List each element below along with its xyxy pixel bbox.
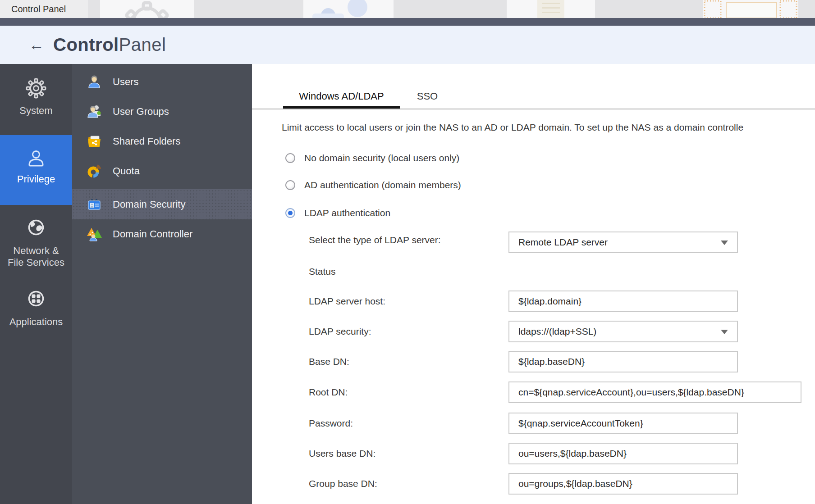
sidebar-item-label: Domain Controller [113, 228, 192, 240]
radio-ldap-authentication[interactable]: LDAP authentication [285, 208, 390, 218]
window-preview-light[interactable] [507, 0, 595, 18]
sidebar-item-privilege[interactable]: Privilege [0, 135, 72, 205]
base-dn-value: ${ldap.baseDN} [518, 356, 585, 367]
root-dn-value: cn=${qnap.serviceAccount},ou=users,${lda… [518, 387, 744, 398]
users-base-dn-input[interactable]: ou=users,${ldap.baseDN} [508, 443, 738, 464]
tab-windows-ad-ldap[interactable]: Windows AD/LDAP [283, 91, 400, 109]
faded-light-shapes [507, 0, 595, 18]
window-preview-blue[interactable] [303, 0, 394, 18]
radio-no-domain-security[interactable]: No domain security (local users only) [285, 153, 459, 163]
base-dn-input[interactable]: ${ldap.baseDN} [508, 351, 738, 372]
window-preview-gear[interactable] [100, 0, 194, 18]
gear-icon [25, 77, 47, 99]
sidebar-item-label: Quota [113, 165, 140, 177]
ldap-server-type-select[interactable]: Remote LDAP server [508, 232, 738, 253]
id-badge-icon [87, 197, 102, 212]
page-title-bold: Control [53, 35, 119, 54]
primary-sidebar: System Privilege Network & File Services [0, 64, 72, 504]
globe-icon [25, 217, 47, 238]
page-title: ControlPanel [53, 35, 166, 55]
sidebar-item-applications[interactable]: Applications [0, 288, 72, 337]
taskbar-item-control-panel[interactable]: Control Panel [0, 0, 88, 18]
shared-folder-icon [87, 134, 102, 149]
user-groups-icon [87, 104, 102, 119]
radio-label: No domain security (local users only) [304, 153, 459, 163]
sidebar-item-label: Privilege [0, 173, 72, 185]
ldap-server-host-value: ${ldap.domain} [518, 296, 581, 307]
ldap-server-type-value: Remote LDAP server [518, 237, 608, 248]
sidebar-item-users[interactable]: Users [72, 67, 252, 97]
app-grid-icon [25, 288, 47, 309]
page-title-light: Panel [119, 35, 166, 54]
sidebar-item-label: Applications [0, 316, 72, 328]
base-dn-label: Base DN: [309, 355, 349, 368]
sidebar-item-label: Users [113, 76, 138, 88]
sidebar-item-system[interactable]: System [0, 77, 72, 123]
user-icon [87, 74, 102, 90]
faded-orange-shapes [703, 0, 798, 18]
sidebar-item-label: Network & [0, 245, 72, 257]
sidebar-item-label-line2: File Services [0, 257, 72, 268]
radio-ad-authentication[interactable]: AD authentication (domain members) [285, 180, 461, 191]
ldap-security-select[interactable]: ldaps://(ldap+SSL) [508, 321, 738, 342]
ldap-security-value: ldaps://(ldap+SSL) [518, 326, 596, 337]
app-header: ← ControlPanel [0, 26, 815, 64]
tab-bar: Windows AD/LDAP SSO [252, 64, 815, 109]
ldap-server-host-label: LDAP server host: [309, 295, 385, 308]
ldap-server-host-input[interactable]: ${ldap.domain} [508, 291, 738, 312]
users-base-dn-value: ou=users,${ldap.baseDN} [518, 448, 627, 459]
password-input[interactable]: ${qnap.serviceAccountToken} [508, 413, 738, 434]
secondary-sidebar: Users User Groups Shared Folders [72, 64, 252, 504]
sidebar-item-label: User Groups [113, 106, 169, 118]
taskbar-item-label: Control Panel [0, 0, 88, 18]
chevron-down-icon [721, 241, 728, 245]
desktop-taskbar: Control Panel [0, 0, 815, 18]
password-label: Password: [309, 417, 353, 430]
window-preview-orange[interactable] [703, 0, 798, 18]
tab-sso[interactable]: SSO [400, 91, 454, 109]
faded-gear-icon [100, 0, 194, 18]
users-base-dn-label: Users base DN: [309, 447, 375, 460]
sidebar-item-label: System [0, 105, 72, 117]
main-content: Windows AD/LDAP SSO Limit access to loca… [252, 64, 815, 504]
sidebar-item-label: Shared Folders [113, 136, 180, 147]
root-dn-input[interactable]: cn=${qnap.serviceAccount},ou=users,${lda… [508, 381, 801, 403]
sidebar-item-user-groups[interactable]: User Groups [72, 97, 252, 127]
group-base-dn-value: ou=groups,${ldap.baseDN} [518, 478, 632, 489]
sidebar-item-label: Domain Security [113, 199, 185, 210]
sidebar-item-domain-controller[interactable]: Domain Controller [72, 219, 252, 249]
radio-icon[interactable] [285, 180, 295, 190]
sidebar-item-shared-folders[interactable]: Shared Folders [72, 127, 252, 156]
radio-label: AD authentication (domain members) [304, 180, 461, 191]
sidebar-item-domain-security[interactable]: Domain Security [72, 189, 252, 219]
status-label: Status [309, 265, 336, 278]
password-value: ${qnap.serviceAccountToken} [518, 418, 643, 429]
person-icon [25, 148, 47, 169]
sidebar-item-quota[interactable]: Quota [72, 156, 252, 186]
back-arrow-icon[interactable]: ← [26, 36, 47, 54]
root-dn-label: Root DN: [309, 386, 348, 399]
ldap-security-label: LDAP security: [309, 325, 371, 338]
sidebar-item-network-file-services[interactable]: Network & File Services [0, 217, 72, 284]
page-description: Limit access to local users or join the … [282, 121, 743, 134]
window-title-bar [0, 18, 815, 26]
screen: { "colors": { "accent_blue": "#3273d9", … [0, 0, 815, 504]
radio-selected-icon[interactable] [285, 208, 295, 218]
faded-blue-shapes [303, 0, 394, 18]
group-base-dn-input[interactable]: ou=groups,${ldap.baseDN} [508, 473, 738, 495]
domain-controller-icon [87, 227, 102, 242]
ldap-server-type-label: Select the type of LDAP server: [309, 234, 441, 246]
chevron-down-icon [721, 330, 728, 334]
quota-donut-icon [87, 163, 102, 179]
radio-label: LDAP authentication [304, 208, 390, 218]
radio-icon[interactable] [285, 153, 295, 163]
group-base-dn-label: Group base DN: [309, 477, 377, 490]
